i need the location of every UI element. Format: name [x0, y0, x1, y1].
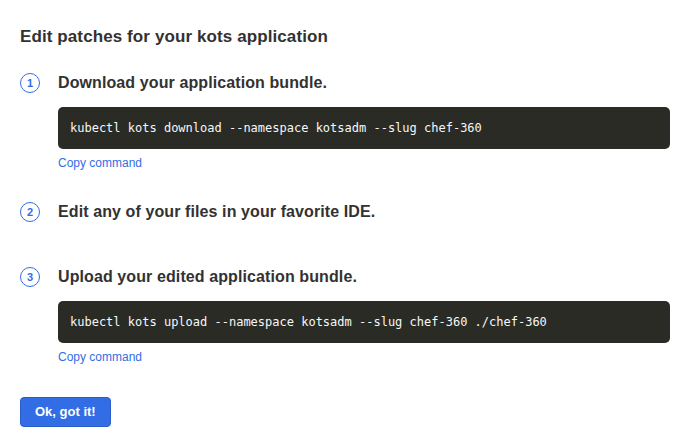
step-1-body: Download your application bundle. kubect…: [58, 72, 670, 171]
step-1-number-badge: 1: [20, 73, 40, 93]
step-upload: 3 Upload your edited application bundle.…: [20, 266, 670, 365]
step-2-body: Edit any of your files in your favorite …: [58, 201, 670, 222]
step-edit: 2 Edit any of your files in your favorit…: [20, 201, 670, 222]
ok-got-it-button[interactable]: Ok, got it!: [20, 397, 111, 427]
step-3-title: Upload your edited application bundle.: [58, 266, 670, 287]
edit-patches-modal: Edit patches for your kots application 1…: [0, 0, 690, 443]
download-command-snippet: kubectl kots download --namespace kotsad…: [58, 107, 670, 149]
modal-title: Edit patches for your kots application: [20, 27, 670, 47]
step-3-body: Upload your edited application bundle. k…: [58, 266, 670, 365]
step-2-title: Edit any of your files in your favorite …: [58, 201, 670, 222]
step-3-number-badge: 3: [20, 267, 40, 287]
copy-upload-command-link[interactable]: Copy command: [58, 350, 142, 365]
upload-command-snippet: kubectl kots upload --namespace kotsadm …: [58, 301, 670, 343]
modal-footer: Ok, got it!: [20, 397, 670, 427]
copy-download-command-link[interactable]: Copy command: [58, 156, 142, 171]
step-2-number-badge: 2: [20, 202, 40, 222]
step-1-title: Download your application bundle.: [58, 72, 670, 93]
step-download: 1 Download your application bundle. kube…: [20, 72, 670, 171]
